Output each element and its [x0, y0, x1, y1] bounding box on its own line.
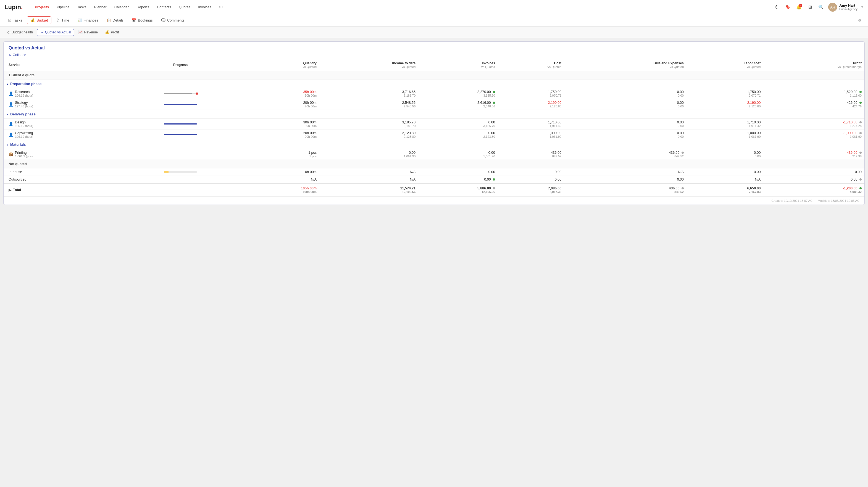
- service-name: Strategy: [15, 101, 33, 105]
- total-label: Total: [13, 188, 21, 192]
- notifications-icon[interactable]: 🔔 1: [795, 3, 803, 11]
- tab-comments[interactable]: 💬 Comments: [157, 16, 188, 24]
- tab-bar-secondary: ◇ Budget health ↔ Quoted vs Actual 📈 Rev…: [0, 27, 868, 38]
- invoices-cell: 0.00: [418, 168, 498, 176]
- progress-cell: [114, 88, 247, 99]
- footer-modified: Modified: 13/05/2024 10:05 AC: [818, 199, 860, 202]
- subtab-budget-health[interactable]: ◇ Budget health: [4, 28, 36, 36]
- service-sub: 127.43 (hour): [15, 105, 33, 108]
- timer-icon[interactable]: ⏱: [773, 3, 781, 11]
- preparation-phase-label: Preparation phase: [10, 82, 41, 86]
- table-row: 📦 Printing 1,061.9 (pcs) 1 pcs 1 pcs: [4, 149, 864, 160]
- search-icon[interactable]: 🔍: [817, 3, 825, 11]
- service-sub: 106.19 (hour): [15, 124, 33, 128]
- tab-finances[interactable]: 📊 Finances: [74, 16, 102, 24]
- nav-pipeline[interactable]: Pipeline: [53, 3, 73, 11]
- subtab-profit[interactable]: 💰 Profit: [102, 28, 122, 36]
- nav-more[interactable]: •••: [216, 3, 226, 11]
- nav-tasks[interactable]: Tasks: [74, 3, 90, 11]
- tasks-tab-icon: ☑: [8, 18, 11, 22]
- logo[interactable]: Lupin.: [4, 4, 23, 11]
- total-invoices-cell: 5,886.00 12,105.66: [418, 183, 498, 197]
- chevron-down-icon: ∨: [6, 82, 8, 86]
- cost-cell: 1,750.00 2,070.71: [498, 88, 564, 99]
- table-row: In-house 0h 00m: [4, 168, 864, 176]
- quantity-cell: 20h 00m 20h 00m: [247, 129, 319, 140]
- service-name: Printing: [15, 151, 33, 155]
- bills-cell: 0.00 0.00: [564, 99, 686, 110]
- progress-cell: [114, 149, 247, 160]
- tab-bar-primary: ☑ Tasks 💰 Budget ⏱ Time 📊 Finances 📋 Det…: [0, 14, 868, 27]
- chevron-down-icon: ∨: [6, 112, 8, 116]
- user-info[interactable]: AH Amy Hart Lupin Agency ▼: [828, 3, 864, 11]
- tab-budget[interactable]: 💰 Budget: [27, 16, 51, 24]
- profit-cell: 1,520.00 1,115.00: [763, 88, 864, 99]
- quoted-vs-actual-icon: ↔: [40, 30, 44, 34]
- comments-tab-icon: 💬: [161, 18, 165, 22]
- quantity-cell: 0h 00m: [247, 168, 319, 176]
- add-icon[interactable]: ⊞: [806, 3, 814, 11]
- settings-icon[interactable]: ⚙: [856, 18, 864, 22]
- subtab-budget-health-label: Budget health: [11, 30, 33, 34]
- collapse-bar[interactable]: ∧ Collapse: [4, 52, 864, 59]
- user-agency: Lupin Agency: [839, 7, 858, 11]
- table-row: 👤 Copywriting 106.19 (hour): [4, 129, 864, 140]
- nav-quotes[interactable]: Quotes: [176, 3, 194, 11]
- income-cell: 2,548.56 2,548.56: [319, 99, 418, 110]
- content-card: Quoted vs Actual ∧ Collapse Service Prog…: [3, 41, 865, 205]
- service-cell: In-house: [4, 168, 114, 176]
- user-name: Amy Hart: [839, 3, 858, 7]
- dot-green: [860, 91, 862, 93]
- dot-green: [860, 102, 862, 104]
- svg-text:AH: AH: [830, 5, 835, 9]
- col-service: Service: [4, 59, 114, 71]
- page-title: Quoted vs Actual: [8, 45, 45, 50]
- section-header-label: 1 Client A quote: [4, 71, 864, 79]
- subtab-quoted-vs-actual[interactable]: ↔ Quoted vs Actual: [37, 29, 74, 36]
- cost-cell: 2,190.00 2,123.80: [498, 99, 564, 110]
- main-content: Quoted vs Actual ∧ Collapse Service Prog…: [0, 38, 868, 487]
- group-materials-header[interactable]: ∨ Materials: [4, 140, 864, 149]
- footer-created: Created: 10/10/2021 13:07 AC: [771, 199, 812, 202]
- nav-calendar[interactable]: Calendar: [111, 3, 132, 11]
- income-cell: 3,185.70 3,185.70: [319, 119, 418, 129]
- nav-planner[interactable]: Planner: [91, 3, 110, 11]
- bills-cell: 0.00: [564, 176, 686, 184]
- tab-bookings[interactable]: 📅 Bookings: [128, 16, 156, 24]
- service-sub: 106.19 (hour): [15, 94, 33, 97]
- bills-cell: 436.00 849.52: [564, 149, 686, 160]
- bookmark-icon[interactable]: 🔖: [784, 3, 792, 11]
- delivery-phase-label: Delivery phase: [10, 112, 36, 116]
- nav-reports[interactable]: Reports: [133, 3, 153, 11]
- page-title-bar: Quoted vs Actual: [4, 42, 864, 52]
- group-delivery-header[interactable]: ∨ Delivery phase: [4, 110, 864, 119]
- footer-bar: Created: 10/10/2021 13:07 AC | Modified:…: [4, 197, 864, 204]
- nav-invoices[interactable]: Invoices: [195, 3, 215, 11]
- subtab-revenue[interactable]: 📈 Revenue: [75, 28, 101, 36]
- box-icon: 📦: [8, 152, 13, 157]
- group-preparation-header[interactable]: ∨ Preparation phase: [4, 79, 864, 88]
- footer-separator: |: [815, 199, 815, 202]
- total-progress-cell: [114, 183, 247, 197]
- service-cell: 👤 Strategy 127.43 (hour): [4, 99, 114, 110]
- finances-tab-icon: 📊: [78, 18, 82, 22]
- tab-tasks[interactable]: ☑ Tasks: [4, 16, 26, 24]
- person-icon: 👤: [8, 132, 13, 137]
- expand-icon[interactable]: ▶: [8, 188, 11, 192]
- tab-time[interactable]: ⏱ Time: [53, 16, 73, 24]
- income-cell: 2,123.80 2,123.80: [319, 129, 418, 140]
- labor-cell: 0.00: [686, 168, 763, 176]
- labor-cell: 1,750.00 2,070.71: [686, 88, 763, 99]
- tab-budget-label: Budget: [36, 18, 48, 22]
- nav-projects[interactable]: Projects: [31, 3, 52, 11]
- income-cell: N/A: [319, 168, 418, 176]
- labor-cell: 0.00 0.00: [686, 149, 763, 160]
- nav-contacts[interactable]: Contacts: [154, 3, 174, 11]
- tab-details[interactable]: 📋 Details: [103, 16, 127, 24]
- subtab-profit-label: Profit: [111, 30, 119, 34]
- person-icon: 👤: [8, 102, 13, 106]
- chevron-down-icon: ∨: [6, 143, 8, 146]
- service-name: Outsourced: [8, 177, 112, 182]
- total-bills-cell: 436.00 849.52: [564, 183, 686, 197]
- profit-cell: -1,000.00 1,061.90: [763, 129, 864, 140]
